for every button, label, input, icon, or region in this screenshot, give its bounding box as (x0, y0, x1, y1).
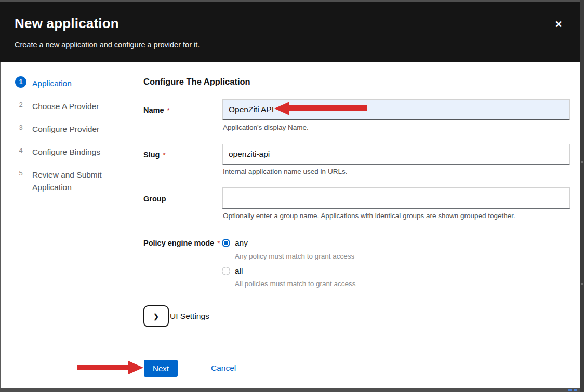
modal-header: New application Create a new application… (0, 2, 580, 62)
scrollbar-mark (581, 161, 583, 163)
step-number: 2 (15, 99, 26, 111)
step-number-badge: 1 (15, 76, 26, 88)
next-button[interactable]: Next (144, 360, 178, 377)
cancel-link[interactable]: Cancel (211, 363, 236, 373)
required-asterisk: * (167, 106, 170, 114)
wizard-step-choose-provider[interactable]: 2 Choose A Provider (15, 99, 129, 113)
step-label: Review and Submit Application (32, 168, 115, 194)
step-label: Configure Provider (32, 122, 99, 136)
close-icon[interactable]: ✕ (551, 17, 566, 32)
ui-settings-expand-button[interactable]: ❯ (143, 305, 169, 327)
modal-subtitle: Create a new application and configure a… (15, 40, 200, 49)
radio-selected-icon[interactable] (222, 239, 230, 247)
background-page-fragment (568, 389, 572, 391)
radio-any-description: Any policy must match to grant access (235, 252, 354, 260)
radio-all-label: all (235, 266, 243, 276)
backdrop-left-edge (0, 62, 1, 388)
form-heading: Configure The Application (143, 77, 250, 87)
wizard-step-configure-bindings[interactable]: 4 Configure Bindings (15, 145, 129, 158)
name-field-label: Name* (143, 106, 170, 114)
new-application-modal: New application Create a new application… (0, 0, 584, 392)
required-asterisk: * (163, 151, 165, 159)
wizard-step-application[interactable]: 1 Application (15, 76, 129, 90)
wizard-step-configure-provider[interactable]: 3 Configure Provider (15, 122, 129, 136)
radio-all-description: All policies must match to grant access (235, 280, 356, 288)
step-label: Configure Bindings (32, 145, 100, 158)
footer-divider (130, 349, 580, 349)
wizard-step-review-submit[interactable]: 5 Review and Submit Application (15, 168, 129, 194)
name-helper-text: Application's display Name. (223, 124, 309, 131)
step-label: Application (32, 76, 72, 90)
chevron-right-icon: ❯ (153, 313, 159, 320)
backdrop-bottom-edge (0, 388, 584, 392)
name-annotation-arrow-head (274, 102, 289, 115)
group-field-label: Group (143, 195, 166, 203)
step-number: 5 (15, 168, 26, 179)
slug-label-text: Slug (143, 151, 160, 159)
modal-title: New application (15, 16, 119, 32)
name-annotation-arrow-shaft (289, 105, 367, 111)
step-number: 3 (15, 122, 26, 133)
required-asterisk: * (217, 239, 220, 247)
radio-any-label: any (235, 238, 248, 248)
step-number: 4 (15, 145, 26, 156)
backdrop-scrollbar-edge (580, 0, 584, 392)
slug-input[interactable] (222, 144, 570, 165)
radio-unselected-icon[interactable] (222, 267, 230, 275)
background-page-fragment (574, 389, 577, 391)
next-annotation-arrow-head (128, 361, 143, 374)
group-input[interactable] (222, 187, 570, 209)
backdrop-top-edge (0, 0, 584, 2)
policy-engine-mode-label: Policy engine mode* (143, 239, 220, 247)
scrollbar-mark (581, 283, 583, 285)
group-helper-text: Optionally enter a group name. Applicati… (223, 212, 515, 220)
policy-radio-all[interactable]: all (222, 266, 243, 276)
slug-field-label: Slug* (143, 151, 165, 159)
group-label-text: Group (143, 195, 166, 203)
policy-label-text: Policy engine mode (143, 239, 214, 247)
name-label-text: Name (143, 106, 164, 114)
step-label: Choose A Provider (32, 99, 99, 113)
slug-helper-text: Internal application name used in URLs. (223, 168, 347, 175)
ui-settings-label: UI Settings (170, 312, 209, 321)
wizard-sidebar: 1 Application 2 Choose A Provider 3 Conf… (1, 62, 129, 388)
policy-radio-any[interactable]: any (222, 238, 248, 248)
next-annotation-arrow-shaft (77, 365, 129, 370)
